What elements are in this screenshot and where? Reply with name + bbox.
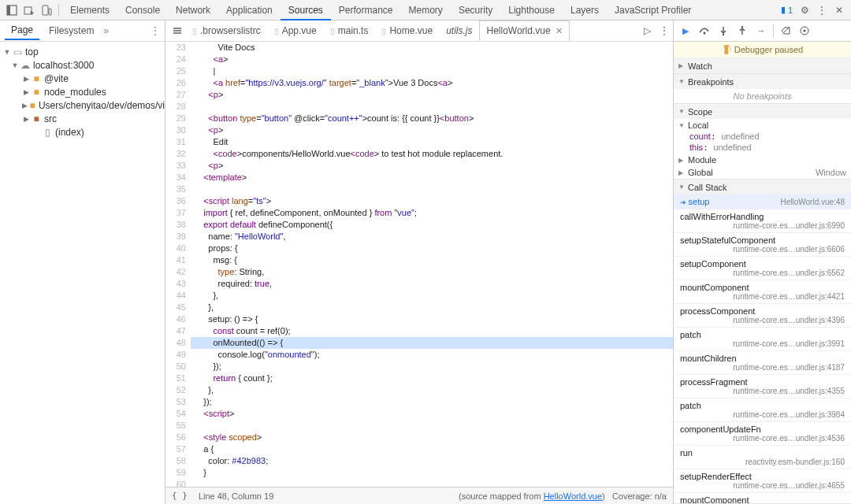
file-tab[interactable]: HelloWorld.vue✕	[479, 20, 569, 41]
file-icon: ▯	[274, 27, 279, 35]
tree-folder[interactable]: ▶■node_modules	[0, 85, 165, 98]
no-breakpoints: No breakpoints	[674, 89, 851, 103]
settings-icon[interactable]: ⚙	[796, 2, 813, 19]
navigator-menu-icon[interactable]: ⋮	[151, 25, 160, 36]
file-tab[interactable]: utils.js	[440, 20, 479, 41]
select-element-icon[interactable]	[20, 2, 38, 19]
navigator-tab-filesystem[interactable]: Filesystem	[43, 22, 100, 39]
cursor-position: Line 48, Column 19	[199, 491, 273, 501]
pretty-print-icon[interactable]: { }	[172, 491, 188, 501]
section-watch[interactable]: ▶Watch	[674, 58, 851, 73]
callstack-frame[interactable]: setupHelloWorld.vue:48	[674, 195, 851, 209]
divider	[58, 4, 59, 17]
scope-local[interactable]: ▼Local	[674, 119, 851, 132]
debugger-paused-banner: ❚❚ Debugger paused	[674, 42, 851, 58]
issue-count[interactable]: ▮1	[778, 4, 796, 16]
callstack-frame[interactable]: componentUpdateFnruntime-core.es…undler.…	[674, 422, 851, 446]
file-tab[interactable]: ▯.browserslistrc	[186, 20, 268, 41]
svg-rect-2	[24, 7, 32, 14]
status-bar: { } Line 48, Column 19 (source mapped fr…	[165, 487, 673, 504]
devtools-tabbar: ElementsConsoleNetworkApplicationSources…	[0, 0, 851, 20]
code-editor[interactable]: 2324252627282930313233343536373839404142…	[165, 42, 673, 487]
callstack-frame[interactable]: setupRenderEffectruntime-core.es…undler.…	[674, 469, 851, 493]
tree-host[interactable]: ▼☁localhost:3000	[0, 58, 165, 72]
section-scope[interactable]: ▼Scope	[674, 104, 851, 119]
file-icon: ▯	[192, 27, 197, 35]
pause-badge-icon: ❚❚	[722, 45, 731, 54]
panel-tab-memory[interactable]: Memory	[401, 0, 451, 20]
source-map-link[interactable]: HelloWorld.vue	[544, 491, 602, 501]
file-tabbar: ▯.browserslistrc▯App.vue▯main.ts▯Home.vu…	[165, 20, 673, 42]
more-icon[interactable]: ⋮	[813, 2, 831, 19]
file-icon: ▯	[330, 27, 335, 35]
tree-file-index[interactable]: ▯(index)	[0, 125, 165, 139]
callstack-frame[interactable]: mountComponentruntime-core.es…undler.js:…	[674, 493, 851, 503]
svg-rect-7	[173, 32, 181, 34]
svg-rect-3	[43, 6, 48, 15]
panel-tab-security[interactable]: Security	[451, 0, 500, 20]
svg-rect-1	[7, 6, 10, 15]
pause-exceptions-icon[interactable]	[796, 22, 813, 39]
navigator-more-icon[interactable]: »	[103, 25, 109, 36]
scope-module[interactable]: ▶Module	[674, 154, 851, 166]
debugger-pane: ▶ → ❚❚ Debugger paused ▶Watch ▼Breakpoin…	[673, 20, 851, 504]
callstack-frame[interactable]: runreactivity.esm-bundler.js:160	[674, 446, 851, 469]
close-tab-icon[interactable]: ✕	[556, 26, 563, 36]
callstack-frame[interactable]: callWithErrorHandlingruntime-core.es…und…	[674, 209, 851, 233]
panel-tab-sources[interactable]: Sources	[281, 0, 331, 20]
section-callstack[interactable]: ▼Call Stack	[674, 180, 851, 195]
tree-top[interactable]: ▼▭top	[0, 45, 165, 58]
step-out-icon[interactable]	[734, 22, 751, 39]
panel-tab-layers[interactable]: Layers	[563, 0, 607, 20]
nav-history-icon[interactable]	[169, 22, 186, 39]
debugger-toolbar: ▶ →	[674, 20, 851, 42]
navigator-tab-page[interactable]: Page	[5, 21, 39, 40]
device-icon[interactable]	[38, 2, 55, 19]
dock-icon[interactable]	[3, 2, 20, 19]
file-tree: ▼▭top ▼☁localhost:3000 ▶■@vite▶■node_mod…	[0, 42, 165, 504]
deactivate-bp-icon[interactable]	[777, 22, 794, 39]
tree-folder[interactable]: ▶■src	[0, 112, 165, 125]
panel-tab-network[interactable]: Network	[168, 0, 218, 20]
svg-point-8	[704, 32, 706, 35]
file-tab[interactable]: ▯main.ts	[324, 20, 376, 41]
svg-point-13	[804, 30, 806, 32]
callstack-frame[interactable]: setupStatefulComponentruntime-core.es…un…	[674, 233, 851, 257]
panel-tab-elements[interactable]: Elements	[62, 0, 117, 20]
file-tab[interactable]: ▯App.vue	[268, 20, 324, 41]
callstack-frame[interactable]: patchruntime-core.es…undler.js:3984	[674, 398, 851, 422]
file-tab[interactable]: ▯Home.vue	[375, 20, 440, 41]
tree-folder[interactable]: ▶■Users/chenyitao/dev/demos/vi	[0, 98, 165, 112]
callstack-frame[interactable]: mountChildrenruntime-core.es…undler.js:4…	[674, 351, 851, 375]
navigator-pane: Page Filesystem » ⋮ ▼▭top ▼☁localhost:30…	[0, 20, 165, 504]
step-over-icon[interactable]	[696, 22, 713, 39]
run-snippet-icon[interactable]: ▷	[638, 22, 656, 39]
panel-tab-application[interactable]: Application	[218, 0, 281, 20]
panel-tab-performance[interactable]: Performance	[331, 0, 401, 20]
panel-tab-javascript-profiler[interactable]: JavaScript Profiler	[607, 0, 699, 20]
svg-point-10	[741, 26, 743, 28]
scope-variable[interactable]: this: undefined	[674, 143, 851, 154]
file-icon: ▯	[381, 27, 386, 35]
scope-global[interactable]: ▶GlobalWindow	[674, 166, 851, 179]
callstack-frame[interactable]: patchruntime-core.es…undler.js:3991	[674, 328, 851, 351]
editor-pane: ▯.browserslistrc▯App.vue▯main.ts▯Home.vu…	[165, 20, 673, 504]
scope-variable[interactable]: count: undefined	[674, 132, 851, 143]
coverage-status: Coverage: n/a	[612, 491, 667, 501]
resume-icon[interactable]: ▶	[677, 22, 694, 39]
callstack-frame[interactable]: processComponentruntime-core.es…undler.j…	[674, 304, 851, 328]
navigator-header: Page Filesystem » ⋮	[0, 20, 165, 42]
step-into-icon[interactable]	[715, 22, 732, 39]
step-icon[interactable]: →	[753, 22, 770, 39]
close-icon[interactable]: ✕	[831, 2, 848, 19]
svg-rect-4	[49, 9, 51, 15]
section-breakpoints[interactable]: ▼Breakpoints	[674, 74, 851, 89]
svg-point-9	[723, 34, 724, 35]
panel-tab-lighthouse[interactable]: Lighthouse	[500, 0, 563, 20]
more-editor-icon[interactable]: ⋮	[656, 22, 673, 39]
callstack-frame[interactable]: mountComponentruntime-core.es…undler.js:…	[674, 280, 851, 304]
tree-folder[interactable]: ▶■@vite	[0, 72, 165, 85]
callstack-frame[interactable]: setupComponentruntime-core.es…undler.js:…	[674, 257, 851, 280]
callstack-frame[interactable]: processFragmentruntime-core.es…undler.js…	[674, 375, 851, 398]
panel-tab-console[interactable]: Console	[117, 0, 168, 20]
